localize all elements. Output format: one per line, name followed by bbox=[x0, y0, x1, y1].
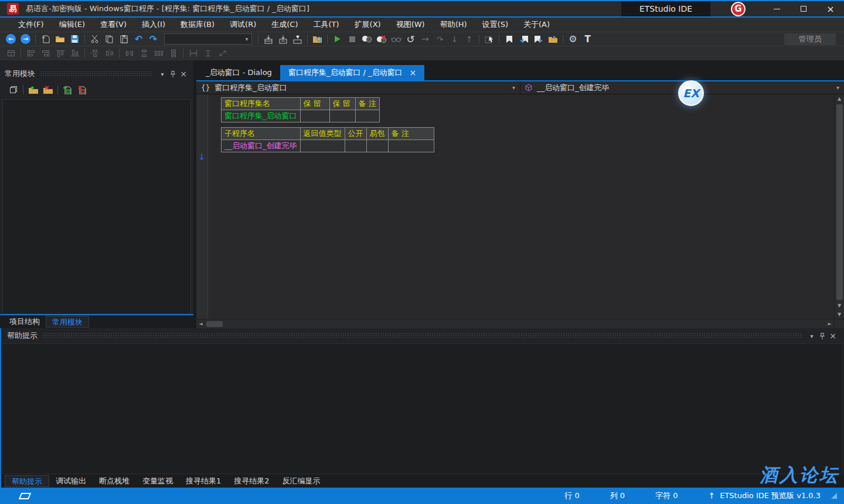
panel-menu-button[interactable]: ▾ bbox=[806, 331, 817, 341]
scroll-down-icon[interactable]: ▼ bbox=[835, 310, 844, 319]
assembly-name-cell[interactable]: 窗口程序集_启动窗口 bbox=[222, 110, 301, 122]
select-tool-button[interactable] bbox=[482, 33, 496, 46]
pin-icon[interactable] bbox=[817, 331, 828, 341]
paste-button[interactable] bbox=[117, 33, 131, 46]
panel-menu-button[interactable]: ▾ bbox=[157, 69, 168, 79]
space-vertical-button[interactable] bbox=[137, 47, 151, 60]
sub-name-header[interactable]: 子程序名 bbox=[222, 128, 301, 140]
module-list-button[interactable] bbox=[6, 83, 21, 96]
return-type-header[interactable]: 返回值类型 bbox=[300, 128, 345, 140]
toolbar-search-combobox[interactable]: ▾ bbox=[164, 33, 252, 45]
vertical-scroll-thumb[interactable] bbox=[836, 104, 843, 300]
align-bottom-button[interactable] bbox=[67, 47, 82, 60]
nav-forward-button[interactable]: → bbox=[18, 33, 33, 46]
tab-variable-watch[interactable]: 变量监视 bbox=[136, 475, 179, 487]
tab-breakpoint-stack[interactable]: 断点栈堆 bbox=[93, 475, 136, 487]
tab-project-structure[interactable]: 项目结构 bbox=[4, 316, 46, 328]
note-header[interactable]: 备 注 bbox=[355, 98, 379, 110]
menu-window-view[interactable]: 视图(W) bbox=[389, 18, 433, 32]
step-into-button[interactable]: ↓ bbox=[447, 33, 462, 46]
pin-icon[interactable] bbox=[168, 69, 178, 79]
space-horizontal-button[interactable] bbox=[122, 47, 137, 60]
tab-search-results-2[interactable]: 搜寻结果2 bbox=[227, 475, 275, 487]
panel-drag-texture[interactable] bbox=[40, 71, 152, 77]
code-canvas[interactable]: 窗口程序集名 保 留 保 留 备 注 窗口程序集_启动窗口 bbox=[208, 94, 834, 319]
tab-close-icon[interactable]: × bbox=[410, 68, 417, 77]
align-left-button[interactable] bbox=[23, 47, 38, 60]
minimize-button[interactable] bbox=[763, 1, 790, 16]
spacing-equal-horizontal-button[interactable] bbox=[151, 47, 166, 60]
scroll-left-icon[interactable]: ◄ bbox=[196, 319, 205, 328]
etstudio-ide-button[interactable]: ETStudio IDE bbox=[621, 1, 710, 16]
menu-build[interactable]: 生成(C) bbox=[264, 18, 305, 32]
align-top-button[interactable] bbox=[53, 47, 67, 60]
modules-panel-content[interactable] bbox=[2, 99, 191, 314]
settings-button[interactable]: ⚙ bbox=[566, 33, 580, 46]
copy-button[interactable] bbox=[102, 33, 117, 46]
step-out-button[interactable]: ↷ bbox=[433, 33, 447, 46]
center-vertical-button[interactable] bbox=[102, 47, 117, 60]
panel-close-button[interactable]: × bbox=[828, 331, 838, 341]
remove-module-button[interactable] bbox=[40, 83, 55, 96]
admin-button[interactable]: 管理员 bbox=[784, 33, 836, 45]
spacing-equal-vertical-button[interactable] bbox=[166, 47, 181, 60]
scroll-right-icon[interactable]: ► bbox=[825, 319, 834, 328]
tab-common-modules[interactable]: 常用模块 bbox=[46, 316, 89, 328]
prev-bookmark-button[interactable] bbox=[516, 33, 531, 46]
menu-settings[interactable]: 设置(S) bbox=[475, 18, 516, 32]
same-height-button[interactable] bbox=[200, 47, 215, 60]
package-compile-button[interactable] bbox=[290, 33, 305, 46]
toggle-bookmark-button[interactable] bbox=[502, 33, 516, 46]
align-right-button[interactable] bbox=[38, 47, 53, 60]
editor-gutter[interactable]: ↓ bbox=[196, 94, 208, 319]
stop-button[interactable] bbox=[345, 33, 359, 46]
help-panel-content[interactable] bbox=[2, 343, 843, 474]
same-size-button[interactable] bbox=[215, 47, 230, 60]
panel-drag-texture[interactable] bbox=[42, 333, 802, 339]
return-type-cell[interactable] bbox=[300, 140, 345, 152]
nav-back-button[interactable]: ← bbox=[4, 33, 18, 46]
menu-extensions[interactable]: 扩展(X) bbox=[347, 18, 389, 32]
panel-close-button[interactable]: × bbox=[178, 69, 189, 79]
tab-startup-window-dialog[interactable]: _启动窗口 - Dialog bbox=[198, 65, 280, 80]
clear-breakpoints-button[interactable] bbox=[374, 33, 389, 46]
find-in-files-button[interactable] bbox=[310, 33, 325, 46]
package-header[interactable]: 易包 bbox=[366, 128, 388, 140]
public-cell[interactable] bbox=[345, 140, 366, 152]
form-designer-button[interactable] bbox=[4, 47, 18, 60]
redo-button[interactable]: ↷ bbox=[146, 33, 161, 46]
tab-help-tips[interactable]: 帮助提示 bbox=[5, 475, 49, 487]
save-button[interactable] bbox=[67, 33, 82, 46]
restart-button[interactable]: ↺ bbox=[403, 33, 418, 46]
watch-button[interactable] bbox=[389, 33, 403, 46]
sub-name-cell[interactable]: __启动窗口_创建完毕 bbox=[222, 140, 301, 152]
toggle-breakpoint-button[interactable] bbox=[359, 33, 374, 46]
open-file-button[interactable] bbox=[53, 33, 67, 46]
reserved-cell[interactable] bbox=[300, 110, 329, 122]
menu-help[interactable]: 帮助(H) bbox=[433, 18, 475, 32]
step-up-button[interactable]: ↑ bbox=[462, 33, 477, 46]
horizontal-scrollbar[interactable]: ◄ ► bbox=[196, 319, 834, 328]
menu-tools[interactable]: 工具(T) bbox=[306, 18, 347, 32]
bookmark-list-button[interactable] bbox=[546, 33, 560, 46]
compile-button[interactable] bbox=[261, 33, 275, 46]
maximize-button[interactable] bbox=[790, 1, 817, 16]
step-over-button[interactable]: → bbox=[418, 33, 433, 46]
scroll-down-icon[interactable]: ▼ bbox=[835, 301, 844, 310]
cut-button[interactable] bbox=[87, 33, 102, 46]
note-header[interactable]: 备 注 bbox=[388, 128, 434, 140]
next-bookmark-button[interactable] bbox=[531, 33, 546, 46]
reserved-cell[interactable] bbox=[329, 110, 355, 122]
scope-dropdown[interactable]: {} 窗口程序集_启动窗口 ▾ bbox=[196, 81, 520, 94]
static-compile-button[interactable] bbox=[275, 33, 290, 46]
tab-window-assembly[interactable]: 窗口程序集_启动窗口 / _启动窗口 × bbox=[280, 65, 424, 80]
reserved-header[interactable]: 保 留 bbox=[329, 98, 355, 110]
undo-button[interactable]: ↶ bbox=[131, 33, 146, 46]
run-button[interactable] bbox=[330, 33, 345, 46]
vertical-scrollbar[interactable]: ▲ ▼ ▼ bbox=[834, 94, 844, 319]
menu-edit[interactable]: 编辑(E) bbox=[52, 18, 93, 32]
tab-debug-output[interactable]: 调试输出 bbox=[49, 475, 93, 487]
tab-disassembly[interactable]: 反汇编显示 bbox=[276, 475, 327, 487]
menu-file[interactable]: 文件(F) bbox=[11, 18, 52, 32]
menu-about[interactable]: 关于(A) bbox=[516, 18, 557, 32]
